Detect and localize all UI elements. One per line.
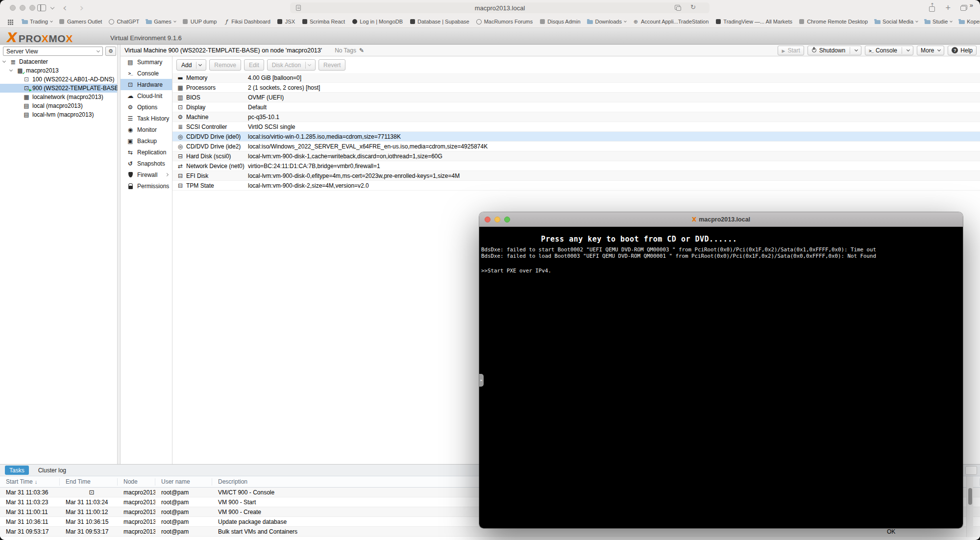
bookmark-item[interactable]: Games <box>146 19 175 25</box>
bookmark-item[interactable]: Trading <box>22 19 52 25</box>
minimize-button[interactable] <box>494 217 500 222</box>
hardware-row[interactable]: EFI Disk local-lvm:vm-900-disk-0,efitype… <box>172 171 980 181</box>
vm-nav-item[interactable]: Snapshots <box>121 158 172 169</box>
bookmark-item[interactable]: Scrimba React <box>301 19 345 25</box>
vm-nav-item[interactable]: Options <box>121 101 172 113</box>
snapshots-icon <box>126 160 134 167</box>
tree-item[interactable]: macpro2013 <box>0 66 117 75</box>
tab-overview-icon[interactable] <box>960 5 967 11</box>
tree-item[interactable]: 900 (WS2022-TEMPLATE-BASE) <box>0 84 117 93</box>
bookmark-item[interactable]: Account Appli...TradeStation <box>633 19 709 25</box>
bookmark-item[interactable]: UUP dump <box>182 19 217 25</box>
bookmark-item[interactable]: Database | Supabase <box>409 19 469 25</box>
toolbar-button[interactable]: Revert <box>318 59 345 71</box>
scrollbar-thumb[interactable] <box>968 488 972 505</box>
sidebar-toggle-icon[interactable] <box>37 4 46 11</box>
novnc-control-handle[interactable] <box>479 374 484 387</box>
bookmark-item[interactable]: TradingView —... All Markets <box>715 19 792 25</box>
console-titlebar[interactable]: macpro2013.local <box>479 212 963 227</box>
vm-nav-item[interactable]: Backup <box>121 135 172 147</box>
tree-item[interactable]: local (macpro2013) <box>0 101 117 110</box>
close-button[interactable] <box>485 217 490 222</box>
hardware-row[interactable]: SCSI Controller VirtIO SCSI single <box>172 122 980 132</box>
vm-nav-item[interactable]: Hardware <box>121 79 172 90</box>
vm-nav-item[interactable]: Replication <box>121 147 172 158</box>
tasks-tab[interactable]: Tasks <box>5 466 29 475</box>
more-button[interactable]: More <box>917 46 944 55</box>
translate-icon[interactable] <box>675 5 681 11</box>
tasks-scrollbar[interactable] <box>966 476 973 537</box>
tree-item[interactable]: Datacenter <box>0 57 117 66</box>
vm-nav-item[interactable]: Console <box>121 68 172 79</box>
bookmark-item[interactable]: Studie <box>924 19 952 25</box>
column-end-time[interactable]: End Time <box>60 478 118 486</box>
bookmark-item[interactable]: Log in | MongoDB <box>351 19 403 25</box>
bookmark-item[interactable]: MacRumors Forums <box>476 19 533 25</box>
tree-item[interactable]: local-lvm (macpro2013) <box>0 110 117 119</box>
panel-corner-button[interactable] <box>965 466 977 475</box>
bookmark-item[interactable] <box>7 19 15 25</box>
hardware-row[interactable]: Memory 4.00 GiB [balloon=0] <box>172 73 980 83</box>
safari-titlebar[interactable]: ‹ › macpro2013.local <box>0 0 980 16</box>
console-button[interactable]: Console <box>865 46 913 55</box>
hardware-row[interactable]: Display Default <box>172 102 980 112</box>
hardware-row[interactable]: BIOS OVMF (UEFI) <box>172 93 980 102</box>
bookmark-item[interactable]: Downloads <box>587 19 626 25</box>
toolbar-button[interactable]: Remove <box>209 59 241 71</box>
vm-nav-item[interactable]: Permissions <box>121 180 172 192</box>
forward-button[interactable]: › <box>75 4 87 12</box>
back-button[interactable]: ‹ <box>59 4 71 12</box>
address-bar[interactable]: macpro2013.local <box>290 2 710 13</box>
edit-tags-icon[interactable] <box>359 47 364 54</box>
bookmark-label: Chrome Remote Desktop <box>807 19 868 25</box>
bookmark-item[interactable]: Kopen <box>958 19 980 25</box>
console-screen[interactable]: Press any key to boot from CD or DVD....… <box>479 227 963 528</box>
vm-nav-item[interactable]: Firewall <box>121 169 172 180</box>
hardware-row[interactable]: Processors 2 (1 sockets, 2 cores) [host] <box>172 83 980 93</box>
hardware-row[interactable]: Hard Disk (scsi0) local-lvm:vm-900-disk-… <box>172 151 980 161</box>
view-selector[interactable]: Server View <box>3 47 103 56</box>
zoom-button[interactable] <box>29 5 35 11</box>
hardware-row[interactable]: CD/DVD Drive (ide2) local:iso/Windows_20… <box>172 142 980 151</box>
bookmark-item[interactable]: JSX <box>277 19 295 25</box>
column-user-name[interactable]: User name <box>155 478 212 486</box>
task-row[interactable]: Mar 31 09:53:17 Mar 31 09:53:17 macpro20… <box>0 527 980 537</box>
shutdown-button[interactable]: Shutdown <box>808 46 861 55</box>
bookmark-item[interactable]: Gamers Outlet <box>59 19 102 25</box>
tree-settings-button[interactable] <box>105 47 116 56</box>
bookmark-item[interactable]: ChatGPT <box>108 19 139 25</box>
bookmark-item[interactable]: Chrome Remote Desktop <box>799 19 868 25</box>
vm-nav-item[interactable]: Cloud-Init <box>121 90 172 101</box>
new-tab-icon[interactable] <box>945 4 951 11</box>
expand-caret-icon[interactable] <box>2 59 6 63</box>
hardware-row[interactable]: TPM State local-lvm:vm-900-disk-2,size=4… <box>172 181 980 191</box>
tree-item[interactable]: 100 (WS2022-LAB01-AD-DNS) <box>0 75 117 84</box>
close-button[interactable] <box>10 5 16 11</box>
reload-icon[interactable] <box>690 3 696 11</box>
vm-nav-item[interactable]: Summary <box>121 56 172 68</box>
zoom-button[interactable] <box>504 217 510 222</box>
hardware-row[interactable]: Machine pc-q35-10.1 <box>172 112 980 122</box>
website-icon[interactable] <box>296 5 301 11</box>
start-button[interactable]: Start <box>778 46 804 55</box>
share-icon[interactable] <box>929 4 935 12</box>
expand-caret-icon[interactable] <box>9 68 13 72</box>
column-node[interactable]: Node <box>118 478 155 486</box>
column-start-time[interactable]: Start Time↓ <box>0 478 60 486</box>
toolbar-button[interactable]: Add <box>176 59 206 71</box>
toolbar-button[interactable]: Disk Action <box>267 59 316 71</box>
tree-item[interactable]: localnetwork (macpro2013) <box>0 93 117 101</box>
help-button[interactable]: Help <box>948 46 977 55</box>
minimize-button[interactable] <box>20 5 25 11</box>
sidebar-chevron-icon[interactable] <box>50 5 54 9</box>
vm-nav-item[interactable]: Monitor <box>121 124 172 135</box>
toolbar-button[interactable]: Edit <box>244 59 264 71</box>
bookmark-item[interactable]: Fiksi Dashboard <box>223 19 270 25</box>
hardware-row[interactable]: Network Device (net0) virtio=BC:24:11:D1… <box>172 161 980 171</box>
vm-nav-item[interactable]: Task History <box>121 113 172 124</box>
bookmark-item[interactable]: Social Media <box>874 19 918 25</box>
bookmark-item[interactable]: Disqus Admin <box>539 19 580 25</box>
hardware-row[interactable]: CD/DVD Drive (ide0) local:iso/virtio-win… <box>172 132 980 142</box>
bookmarks-overflow-button[interactable]: » <box>970 1 973 9</box>
tasks-tab[interactable]: Cluster log <box>34 466 71 475</box>
